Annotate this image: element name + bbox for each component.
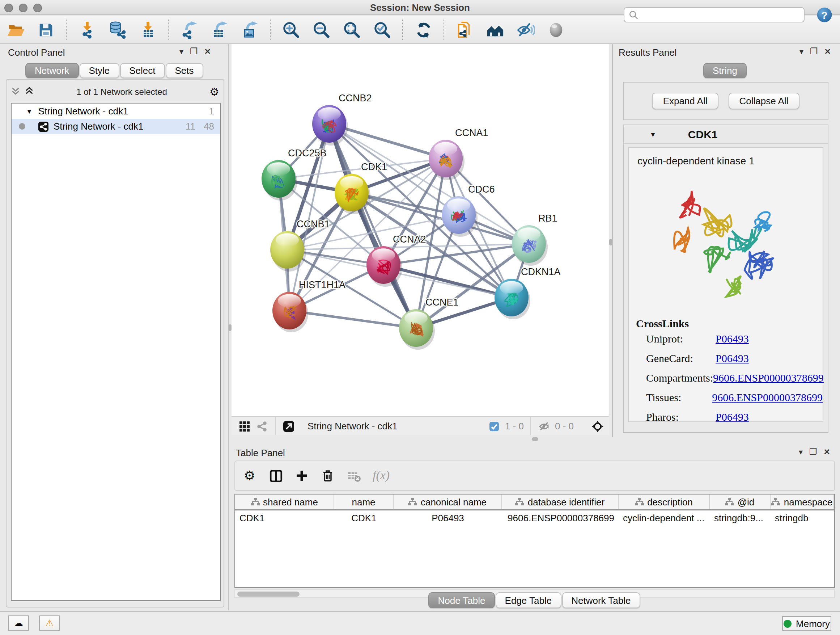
table-panel: Table Panel ▾ ❐ ✕ ⚙ f(x) shared namename… bbox=[232, 442, 838, 610]
zoom-selected-button[interactable] bbox=[373, 20, 392, 39]
network-view-canvas[interactable]: CCNB2CCNA1CDC25BCDK1CDC6RB1CCNB1CCNA2CDK… bbox=[232, 44, 609, 435]
collapse-all-button[interactable]: Collapse All bbox=[729, 93, 799, 109]
network-share-icon[interactable] bbox=[256, 420, 268, 432]
save-session-button[interactable] bbox=[36, 20, 55, 39]
tab-sets[interactable]: Sets bbox=[165, 63, 203, 78]
column-header-name[interactable]: name bbox=[334, 494, 393, 509]
zoom-fit-button[interactable] bbox=[342, 20, 361, 39]
search-input[interactable] bbox=[641, 9, 799, 21]
right-splitter-handle[interactable] bbox=[609, 239, 612, 245]
cloud-status-button[interactable]: ☁ bbox=[8, 616, 29, 631]
warnings-button[interactable]: ⚠ bbox=[39, 616, 60, 631]
node-label-CCNA1: CCNA1 bbox=[455, 127, 488, 138]
column-header-shared-name[interactable]: shared name bbox=[235, 494, 334, 509]
tab-select[interactable]: Select bbox=[120, 63, 164, 78]
crosslink-link[interactable]: 9606.ENSP00000378699 bbox=[712, 392, 823, 404]
float-results-icon[interactable]: ❐ bbox=[810, 47, 818, 57]
close-table-icon[interactable]: ✕ bbox=[824, 448, 830, 457]
expand-all-button[interactable]: Expand All bbox=[652, 93, 718, 109]
selected-node-edge-count: 1 - 0 bbox=[505, 421, 524, 432]
tab-string[interactable]: String bbox=[703, 63, 747, 78]
float-panel-icon[interactable]: ❐ bbox=[190, 47, 198, 57]
export-table-button[interactable] bbox=[210, 20, 229, 39]
zoom-in-button[interactable] bbox=[281, 20, 300, 39]
tab-network[interactable]: Network bbox=[25, 63, 79, 78]
node-RB1[interactable]: RB1 bbox=[512, 213, 557, 266]
gene-section-header[interactable]: ▼ CDK1 bbox=[624, 125, 828, 144]
open-in-new-window-icon[interactable] bbox=[283, 420, 294, 432]
network-row-selected[interactable]: String Network - cdk1 11 48 bbox=[11, 119, 220, 134]
crosslink-link[interactable]: P06493 bbox=[715, 411, 749, 424]
delete-column-trash-icon[interactable] bbox=[321, 469, 335, 483]
edge-CCNE1-HIST1H1A[interactable] bbox=[289, 310, 416, 328]
hidden-eye-slash-icon[interactable] bbox=[538, 420, 550, 432]
node-CDC6[interactable]: CDC6 bbox=[442, 184, 495, 237]
show-columns-icon[interactable] bbox=[268, 469, 283, 483]
refresh-button[interactable] bbox=[414, 20, 433, 39]
node-CCNA1[interactable]: CCNA1 bbox=[429, 127, 488, 180]
table-settings-gear-icon[interactable]: ⚙ bbox=[242, 469, 257, 483]
crosslink-link[interactable]: P06493 bbox=[715, 353, 749, 365]
collapse-results-icon[interactable]: ▾ bbox=[799, 47, 804, 57]
column-header-description[interactable]: description bbox=[619, 494, 710, 509]
tab-network-table[interactable]: Network Table bbox=[562, 592, 640, 608]
column-header-database-identifier[interactable]: database identifier bbox=[502, 494, 619, 509]
import-network-button[interactable] bbox=[77, 20, 96, 39]
node-table[interactable]: shared namenamecanonical namedatabase id… bbox=[234, 494, 835, 588]
results-panel: Results Panel ▾ ❐ ✕ String Expand All Co… bbox=[612, 44, 838, 437]
column-header-namespace[interactable]: namespace bbox=[771, 494, 834, 509]
expand-all-tree-icon[interactable] bbox=[11, 86, 20, 98]
import-table-button[interactable] bbox=[138, 20, 157, 39]
import-network-database-icon bbox=[108, 21, 126, 39]
crosslink-label: Compartments: bbox=[646, 372, 713, 385]
node-label-CDKN1A: CDKN1A bbox=[521, 266, 561, 277]
control-panel-tabs: NetworkStyleSelectSets bbox=[25, 63, 204, 78]
home-button[interactable] bbox=[485, 20, 504, 39]
node-CCNB2[interactable]: CCNB2 bbox=[312, 93, 372, 146]
node-CCNB1[interactable]: CCNB1 bbox=[270, 219, 330, 272]
fit-selected-crosshair-icon[interactable] bbox=[592, 420, 603, 432]
gene-collapse-icon[interactable]: ▼ bbox=[650, 131, 656, 138]
close-results-icon[interactable]: ✕ bbox=[824, 47, 831, 57]
column-header--id[interactable]: @id bbox=[710, 494, 771, 509]
help-button[interactable]: ? bbox=[816, 6, 833, 23]
birds-eye-view-icon[interactable] bbox=[239, 420, 250, 432]
column-header-canonical-name[interactable]: canonical name bbox=[393, 494, 502, 509]
network-collection-row[interactable]: ▼ String Network - cdk1 1 bbox=[11, 103, 220, 119]
tab-edge-table[interactable]: Edge Table bbox=[496, 592, 561, 608]
memory-label: Memory bbox=[796, 618, 830, 629]
toolbar-divider bbox=[66, 19, 66, 40]
create-column-plus-icon[interactable] bbox=[294, 469, 309, 483]
save-session-icon bbox=[36, 21, 55, 39]
collection-expand-icon[interactable]: ▼ bbox=[26, 108, 33, 115]
collection-count: 1 bbox=[209, 106, 214, 117]
import-network-database-button[interactable] bbox=[108, 20, 126, 39]
float-table-icon[interactable]: ❐ bbox=[809, 448, 817, 457]
left-splitter-handle[interactable] bbox=[229, 325, 232, 331]
collapse-table-icon[interactable]: ▾ bbox=[799, 448, 803, 457]
close-panel-icon[interactable]: ✕ bbox=[204, 47, 211, 57]
collapse-all-tree-icon[interactable] bbox=[25, 86, 34, 98]
session-sphere-button[interactable] bbox=[546, 20, 565, 39]
network-panel-gear-icon[interactable]: ⚙ bbox=[210, 86, 219, 98]
open-session-button[interactable] bbox=[6, 20, 25, 39]
crosslink-link[interactable]: 9606.ENSP00000378699 bbox=[713, 372, 824, 385]
collapse-panel-icon[interactable]: ▾ bbox=[180, 47, 183, 57]
export-image-button[interactable] bbox=[240, 20, 259, 39]
table-row[interactable]: CDK1CDK1P064939606.ENSP00000378699cyclin… bbox=[235, 510, 834, 525]
selected-checkbox-icon[interactable] bbox=[488, 420, 500, 432]
crosslink-link[interactable]: P06493 bbox=[715, 333, 749, 345]
share-document-button[interactable] bbox=[455, 20, 474, 39]
string-network-graph[interactable]: CCNB2CCNA1CDC25BCDK1CDC6RB1CCNB1CCNA2CDK… bbox=[232, 44, 609, 416]
horizontal-splitter-handle[interactable] bbox=[532, 437, 538, 441]
zoom-out-button[interactable] bbox=[312, 20, 331, 39]
node-CDKN1A[interactable]: CDKN1A bbox=[494, 266, 561, 319]
node-CCNE1[interactable]: CCNE1 bbox=[399, 297, 459, 350]
hide-panels-button[interactable] bbox=[516, 20, 535, 39]
tab-node-table[interactable]: Node Table bbox=[428, 592, 494, 608]
node-HIST1H1A[interactable]: HIST1H1A bbox=[272, 279, 346, 333]
tab-style[interactable]: Style bbox=[79, 63, 119, 78]
memory-button[interactable]: Memory bbox=[782, 616, 831, 631]
search-field[interactable] bbox=[624, 7, 805, 22]
export-network-button[interactable] bbox=[180, 20, 198, 39]
